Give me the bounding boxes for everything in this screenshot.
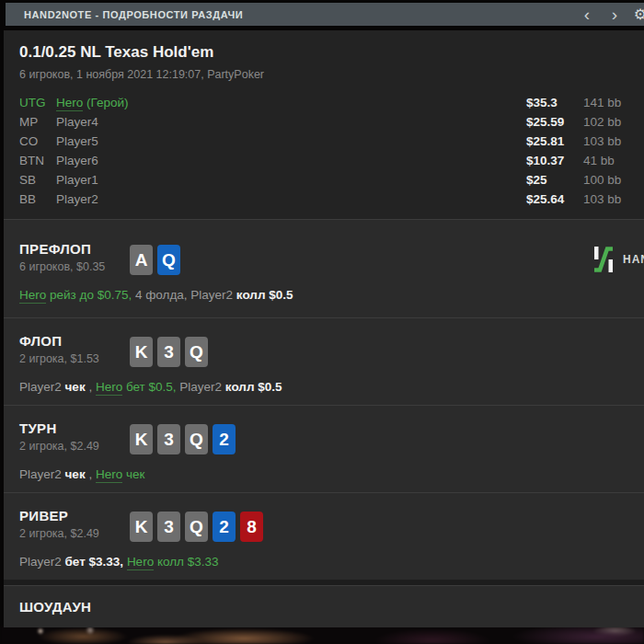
hero-name-link[interactable]: Hero xyxy=(56,96,83,111)
action-segment: 4 фолда, Player2 xyxy=(132,288,236,302)
action-line: Player2 бет $3.33, Hero колл $3.33 xyxy=(19,555,644,569)
hand-panel: 0.1/0.25 NL Texas Hold'em 6 игроков, 1 н… xyxy=(4,30,644,627)
card-diamond: Q xyxy=(157,245,180,275)
action-segment: рейз до $0.75, xyxy=(46,288,132,302)
card-spade: 3 xyxy=(157,512,180,542)
card-spade: Q xyxy=(185,512,208,542)
player-stack-bb: 103 bb xyxy=(570,134,631,148)
hand-details-window: HAND2NOTE - ПОДРОБНОСТИ РАЗДАЧИ ‹ › ⚙ 0.… xyxy=(4,3,644,627)
card-diamond: 2 xyxy=(213,512,236,542)
hand2note-logo: HAND2NOTE xyxy=(592,246,644,273)
title-bar: HAND2NOTE - ПОДРОБНОСТИ РАЗДАЧИ ‹ › ⚙ xyxy=(6,3,644,26)
player-name: Player6 xyxy=(56,154,526,167)
card-spade: 3 xyxy=(157,424,180,454)
action-hero-link[interactable]: Hero xyxy=(19,288,46,304)
player-position: BB xyxy=(19,192,56,206)
card-spade: K xyxy=(130,512,153,542)
action-line: Hero рейз до $0.75, 4 фолда, Player2 кол… xyxy=(19,288,644,302)
hole-cards: A Q xyxy=(130,245,185,275)
street-section-flop: ФЛОП 2 игрока, $1.53 K 3 Q Player2 чек ,… xyxy=(4,317,644,405)
action-hero-link[interactable]: Hero xyxy=(127,555,154,570)
game-subtitle: 6 игроков, 1 ноября 2021 12:19:07, Party… xyxy=(4,68,644,81)
player-stack: $35.3 xyxy=(526,96,570,109)
action-line: Player2 чек , Hero чек xyxy=(19,467,644,481)
background-photo xyxy=(0,626,644,644)
street-info: 2 игрока, $1.53 xyxy=(19,352,130,365)
action-segment: колл $0.5 xyxy=(236,288,293,302)
action-segment: , xyxy=(86,380,96,394)
board-cards: K 3 Q 2 xyxy=(130,424,240,454)
players-list: UTG Hero (Герой) $35.3 141 bb MP Player4… xyxy=(4,93,644,209)
action-segment: колл $0.5 xyxy=(225,380,282,394)
street-name: ШОУДАУН xyxy=(19,599,91,615)
action-segment: Player2 xyxy=(19,467,65,481)
next-hand-button[interactable]: › xyxy=(601,3,628,26)
card-spade: A xyxy=(130,245,153,275)
card-diamond: 2 xyxy=(213,424,236,454)
player-name: Player1 xyxy=(56,173,526,187)
hand2note-logo-icon xyxy=(592,246,615,273)
action-segment: Player2 xyxy=(19,380,65,394)
board-cards: K 3 Q xyxy=(130,337,213,367)
card-spade: Q xyxy=(185,337,208,367)
action-segment: бет $0.5, xyxy=(122,380,176,394)
player-stack: $25.81 xyxy=(526,134,570,148)
street-name: ПРЕФЛОП xyxy=(19,241,130,257)
player-stack: $25.59 xyxy=(526,115,570,129)
player-name: Player4 xyxy=(56,115,526,129)
player-row: SB Player1 $25 100 bb xyxy=(4,170,644,190)
title-bar-controls: ‹ › ⚙ xyxy=(573,3,644,26)
action-segment: бет $3.33, xyxy=(65,555,124,569)
hand2note-logo-text: HAND2NOTE xyxy=(623,253,644,266)
street-info: 2 игрока, $2.49 xyxy=(19,440,130,453)
player-stack: $10.37 xyxy=(526,154,570,167)
player-stack-bb: 141 bb xyxy=(570,96,631,109)
prev-hand-button[interactable]: ‹ xyxy=(573,3,601,26)
card-heart: 8 xyxy=(240,512,263,542)
action-hero-link[interactable]: Hero xyxy=(96,380,122,396)
street-section-preflop: ПРЕФЛОП 6 игроков, $0.35 A Q Hero рейз д… xyxy=(4,219,644,317)
player-stack-bb: 100 bb xyxy=(570,173,631,187)
settings-button[interactable]: ⚙ xyxy=(628,3,644,26)
hero-name-suffix: (Герой) xyxy=(83,96,128,109)
card-spade: 3 xyxy=(157,337,180,367)
player-name: Hero (Герой) xyxy=(56,96,526,109)
action-segment: , xyxy=(86,467,96,481)
street-name: ТУРН xyxy=(19,420,130,436)
gear-icon: ⚙ xyxy=(634,6,644,23)
street-name: ФЛОП xyxy=(19,333,130,349)
player-name: Player5 xyxy=(56,134,526,148)
player-stack: $25 xyxy=(526,173,570,187)
chevron-right-icon: › xyxy=(612,6,617,23)
card-spade: K xyxy=(130,424,153,454)
player-row: MP Player4 $25.59 102 bb xyxy=(4,112,644,132)
player-position: MP xyxy=(19,115,56,129)
street-name: РИВЕР xyxy=(19,508,130,523)
window-title: HAND2NOTE - ПОДРОБНОСТИ РАЗДАЧИ xyxy=(6,9,243,20)
player-position: SB xyxy=(19,173,56,187)
player-row-hero: UTG Hero (Герой) $35.3 141 bb xyxy=(4,93,644,112)
street-section-showdown: ШОУДАУН xyxy=(4,585,644,627)
action-hero-link[interactable]: Hero xyxy=(96,467,122,483)
street-section-turn: ТУРН 2 игрока, $2.49 K 3 Q 2 Player2 чек… xyxy=(4,405,644,492)
player-position: CO xyxy=(19,134,56,148)
action-segment: колл $3.33 xyxy=(154,555,218,569)
street-info: 2 игрока, $2.49 xyxy=(19,527,130,540)
board-cards: K 3 Q 2 8 xyxy=(130,512,268,542)
player-row: BB Player2 $25.64 103 bb xyxy=(4,190,644,209)
player-position: BTN xyxy=(19,154,56,167)
street-info: 6 игроков, $0.35 xyxy=(19,260,130,273)
player-position: UTG xyxy=(19,96,56,109)
player-stack: $25.64 xyxy=(526,192,570,206)
hand-header: 0.1/0.25 NL Texas Hold'em 6 игроков, 1 н… xyxy=(4,30,644,219)
action-segment: Player2 xyxy=(177,380,225,394)
chevron-left-icon: ‹ xyxy=(584,6,590,23)
action-segment: чек xyxy=(65,380,86,394)
player-stack-bb: 102 bb xyxy=(570,115,631,129)
player-row: CO Player5 $25.81 103 bb xyxy=(4,132,644,151)
action-segment: Player2 xyxy=(19,555,65,569)
player-stack-bb: 103 bb xyxy=(570,192,631,206)
player-row: BTN Player6 $10.37 41 bb xyxy=(4,151,644,170)
street-section-river: РИВЕР 2 игрока, $2.49 K 3 Q 2 8 Player2 … xyxy=(4,492,644,580)
action-line: Player2 чек , Hero бет $0.5, Player2 кол… xyxy=(19,380,644,394)
